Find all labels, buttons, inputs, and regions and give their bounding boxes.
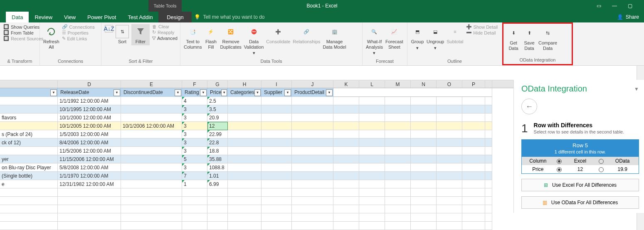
data-validation-button[interactable]: ⛔Data Validation ▾ xyxy=(244,24,264,56)
share-button[interactable]: 👤 Share xyxy=(617,12,639,22)
recent-sources-button[interactable]: 🔲 Recent Sources xyxy=(3,36,43,41)
table-header[interactable]: ProductDetail▼ xyxy=(292,88,333,97)
tell-me-label: Tell me what you want to do xyxy=(203,14,264,20)
relationships-button[interactable]: 🔗Relationships xyxy=(293,24,320,45)
group-button[interactable]: ⬒Group ▾ xyxy=(411,24,424,50)
get-data-icon: ⬇ xyxy=(507,26,520,40)
connections-button[interactable]: 🔗 Connections xyxy=(62,24,95,30)
ribbon-display-icon[interactable]: ▭ xyxy=(597,3,601,9)
odata-get-data-button[interactable]: ⬇Get Data xyxy=(507,25,520,51)
table-header[interactable]: Rating▼ xyxy=(182,88,207,97)
from-table-button[interactable]: 🔲 From Table xyxy=(3,30,43,35)
odata-save-data-button[interactable]: ⬆Save Data xyxy=(523,25,536,51)
use-odata-all-button[interactable]: ▥ Use OData For All Differences xyxy=(521,196,639,209)
subtotal-button[interactable]: ≡Subtotal xyxy=(447,24,463,45)
col-header-D[interactable]: D xyxy=(58,80,121,88)
text-to-columns-icon: 📑 xyxy=(186,25,200,38)
col-header-I[interactable]: I xyxy=(262,80,292,88)
window-title: Book1 - Excel xyxy=(306,0,337,12)
text-to-columns-button[interactable]: 📑Text to Columns xyxy=(184,24,202,49)
empty-row[interactable] xyxy=(0,222,637,230)
filter-dropdown-icon[interactable]: ▼ xyxy=(200,89,207,96)
forecast-sheet-button[interactable]: 📈Forecast Sheet xyxy=(385,24,403,49)
validation-icon: ⛔ xyxy=(247,25,261,38)
hide-detail-button[interactable]: ➖ Hide Detail xyxy=(466,30,498,35)
filter-dropdown-icon[interactable]: ▼ xyxy=(114,89,120,96)
refresh-all-button[interactable]: Refresh All xyxy=(43,24,59,49)
remove-duplicates-button[interactable]: 🔀Remove Duplicates xyxy=(220,24,241,49)
tab-view[interactable]: View xyxy=(58,12,81,22)
table-header[interactable]: ▼ xyxy=(0,88,58,97)
table-header[interactable]: Price▼ xyxy=(207,88,228,97)
show-queries-button[interactable]: 🔲 Show Queries xyxy=(3,24,43,30)
use-excel-all-button[interactable]: ⊞ Use Excel For All Differences xyxy=(521,179,639,191)
filter-dropdown-icon[interactable]: ▼ xyxy=(326,89,333,96)
col-header-O[interactable]: O xyxy=(437,80,462,88)
col-header-F[interactable]: F xyxy=(182,80,207,88)
tab-review[interactable]: Review xyxy=(29,12,58,22)
col-header-E[interactable]: E xyxy=(121,80,182,88)
back-button[interactable]: ← xyxy=(521,99,537,114)
data-model-icon: 🏢 xyxy=(328,25,341,38)
filter-dropdown-icon[interactable]: ▼ xyxy=(175,89,181,96)
table-header[interactable]: Categories▼ xyxy=(228,88,262,97)
td-excel: 12 xyxy=(564,165,597,173)
tell-me[interactable]: 💡 Tell me what you want to do xyxy=(194,12,264,22)
radio-excel-header[interactable] xyxy=(557,159,562,164)
col-header-G[interactable]: G xyxy=(207,80,228,88)
diff-row-card[interactable]: Row 5 1 different cell in this row. Colu… xyxy=(521,139,639,174)
tab-power-pivot[interactable]: Power Pivot xyxy=(81,12,122,22)
th-excel: Excel xyxy=(564,157,597,165)
ungroup-button[interactable]: ⬓Ungroup ▾ xyxy=(427,24,444,50)
col-header-L[interactable]: L xyxy=(359,80,385,88)
odata-icon: ▥ xyxy=(543,200,547,205)
th-odata: OData xyxy=(606,157,639,165)
filter-button[interactable]: Filter xyxy=(131,24,150,45)
radio-odata-header[interactable] xyxy=(599,159,604,164)
tab-design[interactable]: Design xyxy=(158,12,192,22)
table-header[interactable]: DiscontinuedDate▼ xyxy=(121,88,182,97)
lightbulb-icon: 💡 xyxy=(194,14,200,20)
consolidate-button[interactable]: ➕Consolidate xyxy=(266,24,290,45)
pane-menu-icon[interactable]: ▼ xyxy=(634,86,639,92)
filter-dropdown-icon[interactable]: ▼ xyxy=(221,89,227,96)
table-header[interactable]: ReleaseDate▼ xyxy=(58,88,121,97)
filter-dropdown-icon[interactable]: ▼ xyxy=(284,89,291,96)
forecast-icon: 📈 xyxy=(387,25,401,38)
col-header-M[interactable]: M xyxy=(385,80,411,88)
flash-fill-button[interactable]: ⚡Flash Fill xyxy=(204,24,217,49)
advanced-button[interactable]: ▽ Advanced xyxy=(152,35,178,41)
sort-button[interactable]: ⇅ Sort xyxy=(116,24,129,45)
minimize-button[interactable]: — xyxy=(612,3,617,9)
filter-icon xyxy=(134,25,147,38)
filter-dropdown-icon[interactable]: ▼ xyxy=(254,89,261,96)
tab-data[interactable]: Data xyxy=(6,12,29,22)
table-tools-context-label: Table Tools xyxy=(148,0,182,12)
whatif-button[interactable]: 🔍What-If Analysis ▾ xyxy=(366,24,383,56)
remove-dup-icon: 🔀 xyxy=(224,25,237,38)
col-header-P[interactable]: P xyxy=(462,80,485,88)
col-header-J[interactable]: J xyxy=(292,80,333,88)
ribbon-tabs: Data Review View Power Pivot Test Addin … xyxy=(0,12,644,22)
properties-button[interactable]: ☰ Properties xyxy=(62,30,95,35)
clear-button[interactable]: 🗑 Clear xyxy=(152,24,178,29)
reapply-button[interactable]: ↻ Reapply xyxy=(152,30,178,35)
diff-row-sub: 1 different cell in this row. xyxy=(522,149,639,154)
odata-compare-data-button[interactable]: ⇆Compare Data xyxy=(538,25,557,51)
ribbon: 🔲 Show Queries 🔲 From Table 🔲 Recent Sou… xyxy=(0,22,644,66)
radio-odata-row[interactable] xyxy=(599,167,604,172)
show-detail-button[interactable]: ➕ Show Detail xyxy=(466,24,498,30)
col-header-K[interactable]: K xyxy=(333,80,359,88)
maximize-button[interactable]: ▢ xyxy=(628,3,632,9)
sort-az-button[interactable]: A↓Z xyxy=(105,24,113,32)
empty-row[interactable] xyxy=(0,213,637,222)
filter-dropdown-icon[interactable]: ▼ xyxy=(50,89,57,96)
tab-test-addin[interactable]: Test Addin xyxy=(122,12,158,22)
edit-links-button[interactable]: ✎ Edit Links xyxy=(62,36,95,41)
col-header-N[interactable]: N xyxy=(411,80,437,88)
manage-data-model-button[interactable]: 🏢Manage Data Model xyxy=(323,24,346,49)
radio-excel-row[interactable] xyxy=(557,167,562,172)
col-header-H[interactable]: H xyxy=(228,80,262,88)
table-header[interactable]: Supplier▼ xyxy=(262,88,292,97)
subtotal-icon: ≡ xyxy=(448,25,461,38)
